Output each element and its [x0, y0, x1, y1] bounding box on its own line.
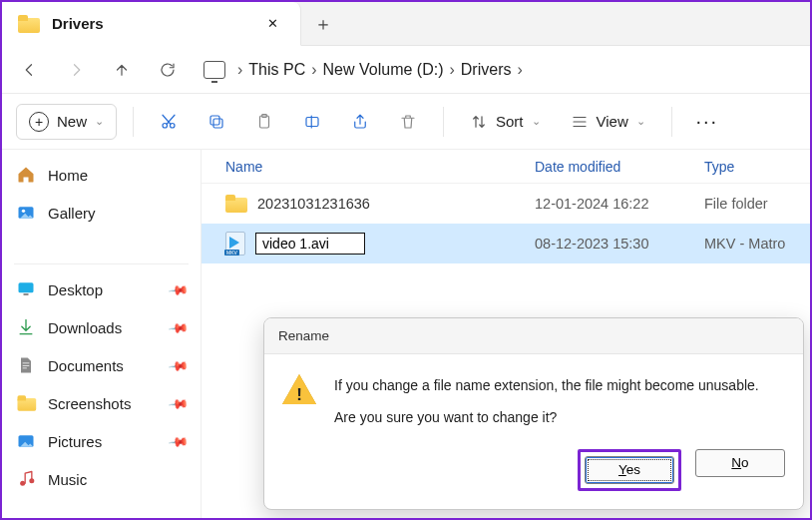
pictures-icon	[16, 431, 36, 451]
close-icon[interactable]: ✕	[260, 16, 284, 31]
monitor-icon	[203, 61, 225, 79]
yes-button[interactable]: Yes	[585, 456, 674, 484]
svg-rect-3	[210, 116, 219, 125]
svg-rect-6	[306, 117, 318, 126]
file-date: 08-12-2023 15:30	[535, 236, 704, 252]
svg-point-12	[20, 481, 25, 486]
chevron-down-icon: ⌄	[636, 115, 645, 128]
svg-rect-10	[24, 293, 29, 295]
sort-button[interactable]: Sort ⌄	[460, 104, 551, 140]
music-icon	[16, 469, 36, 489]
video-file-icon	[225, 232, 245, 256]
rename-button[interactable]	[293, 103, 331, 141]
documents-icon	[16, 355, 36, 375]
yes-label-rest: es	[626, 462, 640, 477]
column-headers[interactable]: Name Date modified Type	[202, 150, 810, 184]
pin-icon: 📌	[168, 316, 190, 338]
sort-label: Sort	[496, 113, 524, 130]
toolbar: + New ⌄ Sort ⌄ View ⌄ ···	[2, 94, 810, 150]
sidebar-item-label: Gallery	[48, 205, 96, 222]
rename-dialog: Rename If you change a file name extensi…	[263, 317, 804, 510]
highlight-annotation: Yes	[578, 449, 681, 491]
more-button[interactable]: ···	[688, 110, 726, 133]
share-button[interactable]	[341, 103, 379, 141]
sidebar-item-label: Screenshots	[48, 395, 131, 412]
pin-icon: 📌	[168, 278, 190, 300]
view-button[interactable]: View ⌄	[561, 104, 655, 140]
back-button[interactable]	[10, 50, 50, 90]
chevron-right-icon: ›	[237, 61, 242, 79]
sidebar-item-music[interactable]: Music	[6, 460, 197, 498]
breadcrumb[interactable]: › This PC › New Volume (D:) › Drivers ›	[194, 61, 802, 79]
sidebar-item-screenshots[interactable]: Screenshots 📌	[6, 384, 197, 422]
tab-active[interactable]: Drivers ✕	[2, 2, 301, 46]
new-button[interactable]: + New ⌄	[16, 104, 117, 140]
svg-rect-9	[19, 282, 34, 292]
yes-hotkey: Y	[618, 462, 626, 477]
chevron-down-icon: ⌄	[532, 115, 541, 128]
dialog-line2: Are you sure you want to change it?	[334, 406, 759, 428]
column-date[interactable]: Date modified	[535, 159, 704, 175]
column-type[interactable]: Type	[704, 159, 810, 175]
desktop-icon	[16, 279, 36, 299]
sort-indicator-icon: ⌃	[351, 150, 810, 155]
crumb-volume[interactable]: New Volume (D:)	[323, 61, 444, 79]
home-icon	[16, 165, 36, 185]
sidebar-item-label: Home	[48, 167, 88, 184]
up-button[interactable]	[102, 50, 142, 90]
folder-icon	[18, 15, 40, 33]
sidebar-item-label: Downloads	[48, 319, 122, 336]
sidebar: Home Gallery Desktop 📌 Downloads 📌	[2, 150, 202, 518]
gallery-icon	[16, 203, 36, 223]
pin-icon: 📌	[168, 430, 190, 452]
file-row-folder[interactable]: 20231031231636 12-01-2024 16:22 File fol…	[202, 184, 810, 224]
chevron-down-icon: ⌄	[95, 115, 104, 128]
paste-button[interactable]	[245, 103, 283, 141]
svg-point-13	[29, 478, 34, 483]
crumb-folder[interactable]: Drivers	[461, 61, 512, 79]
sidebar-item-desktop[interactable]: Desktop 📌	[6, 270, 197, 308]
chevron-right-icon: ›	[449, 61, 454, 79]
pin-icon: 📌	[168, 354, 190, 376]
tab-bar: Drivers ✕ ＋	[2, 2, 810, 46]
crumb-root[interactable]: This PC	[248, 61, 305, 79]
dialog-title: Rename	[264, 318, 803, 354]
file-date: 12-01-2024 16:22	[535, 196, 704, 212]
svg-rect-2	[213, 119, 222, 128]
no-button[interactable]: No	[695, 449, 785, 477]
forward-button[interactable]	[56, 50, 96, 90]
no-label-rest: o	[741, 455, 749, 470]
sidebar-item-label: Desktop	[48, 281, 103, 298]
refresh-button[interactable]	[148, 50, 188, 90]
sidebar-item-label: Documents	[48, 357, 124, 374]
plus-circle-icon: +	[29, 112, 49, 132]
separator	[133, 107, 134, 137]
download-icon	[16, 317, 36, 337]
pin-icon: 📌	[168, 392, 190, 414]
column-name[interactable]: Name	[225, 159, 535, 175]
svg-point-8	[22, 210, 25, 213]
copy-button[interactable]	[198, 103, 235, 141]
new-tab-button[interactable]: ＋	[301, 2, 345, 45]
warning-icon	[282, 374, 316, 404]
separator	[671, 107, 672, 137]
delete-button[interactable]	[389, 103, 427, 141]
view-label: View	[597, 113, 628, 130]
new-label: New	[57, 113, 87, 130]
sidebar-item-home[interactable]: Home	[6, 156, 197, 194]
sidebar-item-label: Pictures	[48, 433, 102, 450]
sidebar-item-gallery[interactable]: Gallery	[6, 194, 197, 232]
folder-icon	[225, 195, 247, 213]
sidebar-item-documents[interactable]: Documents 📌	[6, 346, 197, 384]
sidebar-item-pictures[interactable]: Pictures 📌	[6, 422, 197, 460]
rename-input[interactable]	[255, 233, 365, 255]
separator	[443, 107, 444, 137]
sidebar-item-downloads[interactable]: Downloads 📌	[6, 308, 197, 346]
nav-bar: › This PC › New Volume (D:) › Drivers ›	[2, 46, 810, 94]
chevron-right-icon: ›	[517, 61, 522, 79]
file-row-renaming[interactable]: 08-12-2023 15:30 MKV - Matro	[202, 224, 810, 263]
file-type: File folder	[704, 196, 810, 212]
cut-button[interactable]	[150, 103, 188, 141]
file-type: MKV - Matro	[704, 236, 810, 252]
sidebar-item-label: Music	[48, 471, 87, 488]
